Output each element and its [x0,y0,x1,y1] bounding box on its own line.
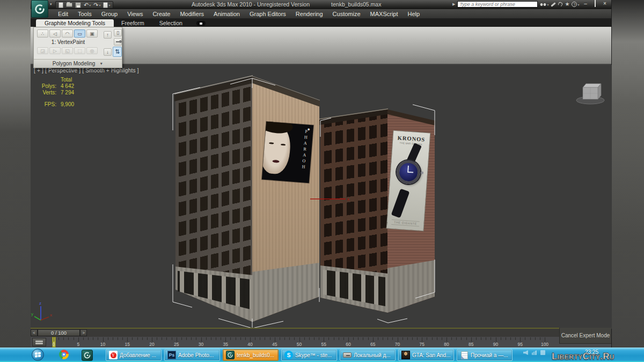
tray-icon [540,350,545,355]
panel-footer-label[interactable]: Polygon Modeling [53,61,96,67]
edge-mode-icon[interactable]: ◁ [49,29,61,38]
volume-icon [523,350,528,355]
preview-subobject-icon[interactable]: ◲ [37,47,48,54]
next-frame-button[interactable]: > [80,329,87,336]
3dsmax-logo-icon [34,3,46,15]
stats-fps-value: 9,900 [61,101,74,108]
subscription-wrench-icon[interactable] [551,4,556,5]
task-gta[interactable]: GTA: San And... [398,349,454,361]
svg-text:z: z [39,301,41,306]
desktop-background [612,0,644,348]
previous-modifier-icon[interactable]: ↑ [104,31,112,39]
menu-customize[interactable]: Customize [328,11,365,17]
start-button[interactable] [32,349,44,361]
skype-icon: S [284,351,293,359]
favorites-star-icon[interactable]: ★ [565,2,569,7]
help-icon[interactable]: ?▾ [572,2,579,7]
menu-group[interactable]: Group [97,11,123,17]
viewport-statistics: Total Polys:4 642 Verts:7 294 FPS:9,900 [37,77,74,108]
task-explorer[interactable]: Локальный д... [340,349,396,361]
select-similar-icon[interactable]: ◱ [62,47,73,54]
time-slider-handle[interactable]: 0 / 100 [38,329,80,336]
search-binoculars-icon[interactable]: ▾ [540,3,548,6]
task-skype[interactable]: S Skype™ - ste... [281,349,337,361]
close-button[interactable]: × [601,1,609,7]
screen: ↶▾ ↷▾ ▾ Autodesk 3ds Max 2010 - Unregist… [0,0,644,362]
application-menu-arrow-icon[interactable]: ▾ [50,2,52,6]
kronos-poster: KRONOS THE END OF TIME THE GIGANTE [387,131,430,231]
viewcube[interactable] [576,84,604,104]
menu-tools[interactable]: Tools [73,11,97,17]
menu-create[interactable]: Create [148,11,175,17]
redo-icon[interactable]: ↷▾ [93,2,100,8]
toggle-command-panel-icon[interactable]: ⇅ [113,47,122,57]
stats-total-header: Total [61,77,72,83]
task-3dsmax[interactable]: tenkb_builds0... [223,349,279,361]
element-mode-icon[interactable]: ▣ [86,29,98,38]
task-photoshop[interactable]: Ps Adobe Photo... [164,349,220,361]
border-mode-icon[interactable]: ◠ [62,29,73,38]
system-tray[interactable] [523,350,545,355]
menu-animation[interactable]: Animation [209,11,245,17]
project-toolbar-icon[interactable]: ▾ [103,2,110,8]
time-ruler[interactable]: 0510152025303540455055606570758085909510… [31,337,559,348]
tab-graphite-modeling-tools[interactable]: Graphite Modeling Tools [36,19,114,27]
cancel-expert-mode-button[interactable]: Cancel Expert Mode [559,328,611,344]
yandex-icon: Y [109,351,118,359]
panel-expand-arrow-icon[interactable]: ▼ [99,62,103,65]
viewport-label[interactable]: [ + ] [ Perspective ] [ Smooth + Highlig… [34,68,139,73]
desktop-background [0,0,31,348]
restore-button[interactable] [591,1,599,7]
select-by-icon[interactable]: ▷ [49,47,61,54]
infocenter-search-input[interactable] [457,1,538,8]
menu-graph-editors[interactable]: Graph Editors [245,11,291,17]
vertex-mode-icon[interactable]: ∴ [37,29,48,38]
tab-freeform[interactable]: Freeform [114,19,152,27]
menu-modifiers[interactable]: Modifiers [175,11,209,17]
show-end-result-icon[interactable]: ▯ [114,29,122,36]
minimize-button[interactable]: – [582,1,589,7]
svg-text:y: y [31,312,33,316]
menu-views[interactable]: Views [122,11,148,17]
previous-frame-button[interactable]: < [31,329,38,336]
title-bar: ↶▾ ↷▾ ▾ Autodesk 3ds Max 2010 - Unregist… [31,0,611,9]
task-notepad[interactable]: Прочиай а —... [457,349,513,361]
track-bar: 0510152025303540455055606570758085909510… [31,337,611,348]
menu-help[interactable]: Help [403,11,425,17]
open-file-icon[interactable] [66,2,72,8]
3dsmax-icon [226,351,235,359]
task-yandex[interactable]: Y Добавление ... [106,349,162,361]
next-modifier-icon[interactable]: ↓ [104,48,112,56]
pharaoh-poster: ◆ PHARAOH [262,122,313,183]
undo-icon[interactable]: ↶▾ [84,2,91,8]
new-file-icon[interactable] [58,2,63,8]
menu-edit[interactable]: Edit [53,11,73,17]
stats-fps-label: FPS: [37,101,56,108]
save-file-icon[interactable] [75,2,81,8]
pin-stack-icon[interactable] [114,38,122,46]
svg-text:x: x [50,313,52,317]
3dsmax-quicklaunch-icon[interactable] [82,350,93,361]
libertycity-watermark: LibertyCity.Ru [552,351,614,361]
menu-rendering[interactable]: Rendering [291,11,328,17]
menu-maxscript[interactable]: MAXScript [365,11,403,17]
search-expand-icon[interactable]: ▶ [452,2,455,6]
time-slider-row: < 0 / 100 > [31,329,611,337]
chrome-icon[interactable] [59,350,69,359]
watch-crown [421,172,423,174]
tab-selection[interactable]: Selection [152,19,190,27]
app-window: ↶▾ ↷▾ ▾ Autodesk 3ds Max 2010 - Unregist… [31,0,612,348]
ribbon-minimize-icon[interactable] [196,21,206,26]
perspective-viewport[interactable]: ◆ PHARAOH KRONOS THE END OF TIME THE GIG… [31,65,612,329]
notepad-icon [460,351,469,359]
open-filename: tenkb_builds05.max [331,1,381,8]
ribbon-tab-row: Graphite Modeling Tools Freeform Selecti… [31,19,611,27]
stats-verts-label: Verts: [37,90,56,96]
soft-selection-icon[interactable]: ◎ [86,47,98,54]
drive-icon [343,351,352,359]
polygon-mode-icon[interactable]: ▭ [74,29,85,38]
communication-center-icon[interactable] [558,2,562,6]
stats-polys-label: Polys: [37,83,56,90]
preview-multi-icon[interactable]: ⬚ [74,47,85,54]
3dsmax-application-button[interactable] [31,0,48,18]
